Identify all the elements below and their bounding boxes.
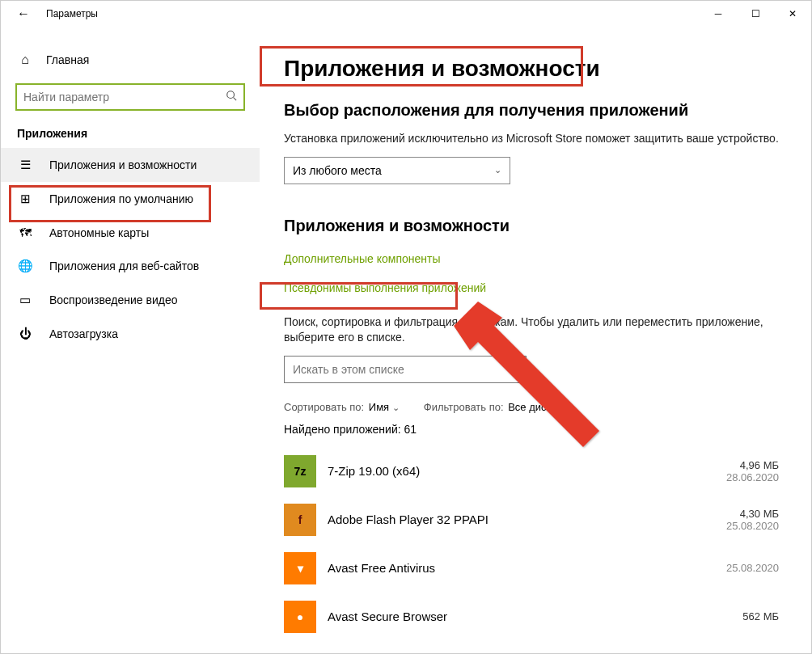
apps-count: Найдено приложений: 61 bbox=[284, 423, 779, 436]
nav-icon: ▭ bbox=[17, 293, 33, 307]
nav-icon: 🗺 bbox=[17, 226, 33, 239]
maximize-button[interactable]: ☐ bbox=[737, 1, 774, 27]
dropdown-value: Из любого места bbox=[293, 164, 382, 177]
install-source-dropdown[interactable]: Из любого места ⌄ bbox=[284, 157, 510, 184]
sidebar-search[interactable] bbox=[15, 83, 245, 111]
back-button[interactable]: ← bbox=[14, 6, 33, 21]
category-label: Приложения bbox=[1, 111, 260, 148]
home-link[interactable]: ⌂ Главная bbox=[1, 46, 260, 74]
nav-icon: 🌐 bbox=[17, 259, 33, 273]
install-description: Установка приложений исключительно из Mi… bbox=[284, 131, 779, 147]
main-content: Приложения и возможности Выбор расположе… bbox=[260, 27, 811, 653]
sidebar-item[interactable]: ⏻Автозагрузка bbox=[1, 317, 260, 350]
sidebar: ⌂ Главная Приложения ☰Приложения и возмо… bbox=[1, 27, 260, 653]
optional-features-link[interactable]: Дополнительные компоненты bbox=[284, 252, 441, 265]
svg-line-3 bbox=[514, 369, 518, 373]
app-size: 4,30 МБ bbox=[726, 508, 779, 520]
app-date: 25.08.2020 bbox=[726, 520, 779, 532]
app-row[interactable]: 7z7-Zip 19.00 (x64)4,96 МБ28.06.2020 bbox=[284, 447, 779, 496]
app-date: 25.08.2020 bbox=[726, 562, 779, 574]
nav-label: Автозагрузка bbox=[49, 327, 118, 340]
app-icon: 7z bbox=[284, 455, 316, 487]
nav-label: Приложения по умолчанию bbox=[49, 192, 193, 205]
app-size: 562 МБ bbox=[742, 610, 779, 622]
apps-heading: Приложения и возможности bbox=[284, 217, 779, 235]
app-icon: ▾ bbox=[284, 552, 316, 584]
sort-control[interactable]: Сортировать по: Имя ⌄ bbox=[284, 401, 400, 413]
app-list-search[interactable] bbox=[284, 356, 527, 383]
nav-icon: ⊞ bbox=[17, 192, 33, 206]
sidebar-item[interactable]: ⊞Приложения по умолчанию bbox=[1, 182, 260, 216]
home-label: Главная bbox=[46, 53, 89, 66]
chevron-down-icon: ⌄ bbox=[494, 165, 501, 175]
app-aliases-link[interactable]: Псевдонимы выполнения приложений bbox=[284, 281, 486, 294]
app-search-input[interactable] bbox=[293, 363, 506, 376]
chevron-down-icon: ⌄ bbox=[392, 403, 400, 412]
app-row[interactable]: ●Avast Secure Browser562 МБ bbox=[284, 593, 779, 641]
sidebar-item[interactable]: ☰Приложения и возможности bbox=[1, 148, 260, 182]
close-button[interactable]: ✕ bbox=[774, 1, 811, 27]
nav-label: Автономные карты bbox=[49, 226, 149, 239]
svg-line-1 bbox=[234, 98, 237, 101]
app-icon: ● bbox=[284, 601, 316, 633]
search-input[interactable] bbox=[23, 91, 226, 103]
chevron-down-icon: ⌄ bbox=[560, 403, 567, 412]
app-name: 7-Zip 19.00 (x64) bbox=[328, 464, 726, 478]
search-icon bbox=[506, 362, 518, 377]
window-title: Параметры bbox=[46, 8, 98, 19]
nav-icon: ⏻ bbox=[17, 327, 33, 340]
nav-label: Приложения для веб-сайтов bbox=[49, 259, 199, 272]
app-row[interactable]: ▾Avast Free Antivirus25.08.2020 bbox=[284, 544, 779, 593]
sidebar-item[interactable]: 🗺Автономные карты bbox=[1, 216, 260, 249]
sidebar-item[interactable]: 🌐Приложения для веб-сайтов bbox=[1, 249, 260, 283]
svg-point-0 bbox=[227, 91, 235, 99]
nav-label: Приложения и возможности bbox=[49, 158, 197, 171]
filter-control[interactable]: Фильтровать по: Все диски ⌄ bbox=[424, 401, 567, 413]
nav-label: Воспроизведение видео bbox=[49, 293, 177, 306]
app-name: Avast Secure Browser bbox=[328, 610, 742, 623]
app-name: Avast Free Antivirus bbox=[328, 561, 726, 575]
home-icon: ⌂ bbox=[17, 53, 33, 67]
svg-point-2 bbox=[508, 364, 515, 371]
app-size: 4,96 МБ bbox=[726, 459, 779, 471]
app-row[interactable]: fAdobe Flash Player 32 PPAPI4,30 МБ25.08… bbox=[284, 496, 779, 544]
app-date: 28.06.2020 bbox=[726, 471, 779, 483]
install-heading: Выбор расположения для получения приложе… bbox=[284, 101, 779, 120]
minimize-button[interactable]: ─ bbox=[700, 1, 737, 27]
search-icon bbox=[226, 90, 237, 104]
page-title: Приложения и возможности bbox=[284, 56, 779, 82]
filter-description: Поиск, сортировка и фильтрация по дискам… bbox=[284, 314, 779, 346]
sidebar-item[interactable]: ▭Воспроизведение видео bbox=[1, 283, 260, 317]
nav-icon: ☰ bbox=[17, 158, 33, 172]
app-icon: f bbox=[284, 504, 316, 536]
app-name: Adobe Flash Player 32 PPAPI bbox=[328, 513, 726, 526]
